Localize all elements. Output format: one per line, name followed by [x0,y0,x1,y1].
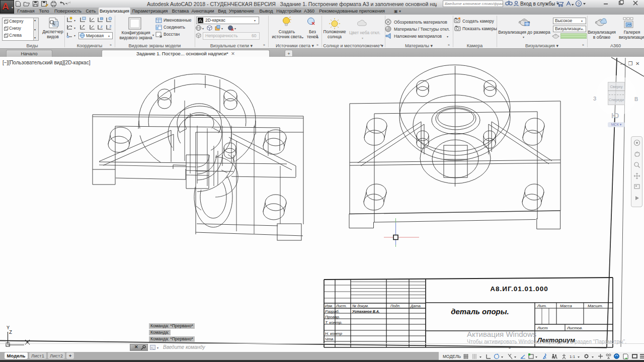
svg-text:Вход в службы: Вход в службы [520,1,555,7]
svg-text:Лит.: Лит. [537,304,547,308]
svg-text:Разраб.: Разраб. [325,309,340,314]
svg-text:Z: Z [9,330,12,335]
svg-text:Устаханов В.А.: Устаханов В.А. [352,310,380,313]
svg-text:Чтв.: Чтв. [325,337,334,341]
svg-text:Дата.: Дата. [410,304,422,308]
svg-text:Масса: Масса [560,304,572,308]
svg-text:Масшт.: Масшт. [588,304,603,308]
svg-text:?: ? [578,2,580,7]
svg-text:Провар.: Провар. [325,315,340,319]
svg-text:Лист: Лист [537,326,548,330]
svg-text:1:1: 1:1 [570,354,576,359]
svg-text:Подп.: Подп. [390,304,400,308]
svg-text:Н. контр: Н. контр [325,331,342,336]
svg-text:Т. контр.: Т. контр. [325,320,343,325]
svg-text:Лист.: Лист. [336,304,347,308]
svg-text:Листов.: Листов. [567,326,583,330]
svg-text:А8.ИГ.01.01.000: А8.ИГ.01.01.000 [490,285,548,293]
svg-text:деталь опоры.: деталь опоры. [451,307,509,316]
svg-text:№ докум.: № докум. [352,304,369,308]
svg-text:Изм.: Изм. [325,304,333,308]
